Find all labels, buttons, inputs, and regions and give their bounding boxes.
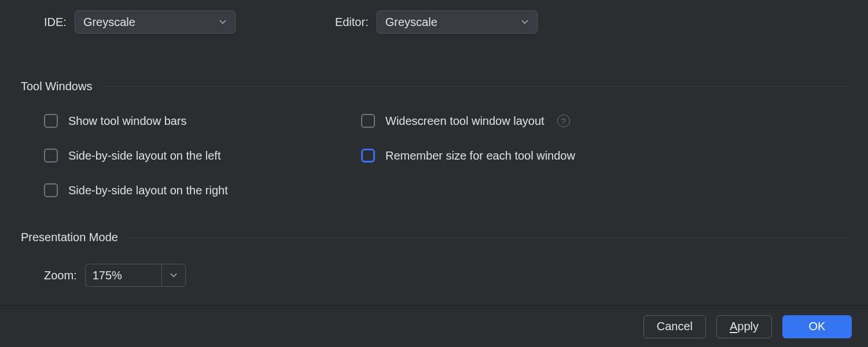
- apply-button-label: Apply: [730, 320, 759, 333]
- presentation-mode-title: Presentation Mode: [21, 231, 118, 244]
- tool-windows-options: Show tool window bars Side-by-side layou…: [21, 114, 847, 197]
- chevron-down-icon: [521, 18, 529, 26]
- checkbox-label: Side-by-side layout on the left: [68, 149, 221, 163]
- zoom-value[interactable]: 175%: [85, 264, 161, 287]
- cancel-button[interactable]: Cancel: [643, 315, 706, 338]
- presentation-mode-section-header: Presentation Mode: [21, 231, 847, 244]
- chevron-down-icon: [170, 271, 178, 279]
- tool-windows-title: Tool Windows: [21, 80, 92, 93]
- divider: [128, 237, 847, 238]
- remember-size-checkbox[interactable]: Remember size for each tool window: [361, 149, 575, 163]
- dialog-footer: Cancel Apply OK: [0, 305, 868, 347]
- side-by-side-left-checkbox[interactable]: Side-by-side layout on the left: [44, 149, 361, 163]
- help-icon[interactable]: ?: [557, 115, 570, 127]
- ide-dropdown[interactable]: Greyscale: [75, 10, 236, 34]
- checkbox-icon: [44, 149, 58, 163]
- checkbox-icon: [44, 114, 58, 128]
- editor-dropdown[interactable]: Greyscale: [377, 10, 538, 34]
- top-dropdown-row: IDE: Greyscale Editor: Greyscale: [21, 0, 847, 34]
- editor-label: Editor:: [335, 16, 369, 29]
- checkbox-icon: [361, 149, 375, 163]
- widescreen-layout-checkbox[interactable]: Widescreen tool window layout ?: [361, 114, 575, 128]
- cancel-button-label: Cancel: [657, 320, 693, 333]
- checkbox-label: Widescreen tool window layout: [385, 115, 545, 128]
- checkbox-icon: [361, 114, 375, 128]
- zoom-label: Zoom:: [44, 269, 77, 282]
- ide-dropdown-value: Greyscale: [83, 16, 135, 29]
- zoom-input[interactable]: 175%: [85, 264, 186, 287]
- show-tool-window-bars-checkbox[interactable]: Show tool window bars: [44, 114, 361, 128]
- ok-button-label: OK: [809, 320, 826, 333]
- checkbox-label: Remember size for each tool window: [385, 149, 575, 163]
- zoom-row: Zoom: 175%: [21, 264, 847, 287]
- checkbox-icon: [44, 183, 58, 197]
- divider: [102, 86, 847, 87]
- apply-button[interactable]: Apply: [716, 315, 772, 338]
- chevron-down-icon: [219, 18, 227, 26]
- checkbox-label: Side-by-side layout on the right: [68, 184, 228, 197]
- checkbox-label: Show tool window bars: [68, 115, 187, 128]
- help-icon-label: ?: [561, 116, 565, 126]
- editor-dropdown-value: Greyscale: [385, 16, 437, 29]
- tool-windows-section-header: Tool Windows: [21, 80, 847, 93]
- ok-button[interactable]: OK: [782, 315, 852, 338]
- ide-label: IDE:: [44, 16, 67, 29]
- zoom-stepper-button[interactable]: [161, 264, 186, 287]
- side-by-side-right-checkbox[interactable]: Side-by-side layout on the right: [44, 183, 361, 197]
